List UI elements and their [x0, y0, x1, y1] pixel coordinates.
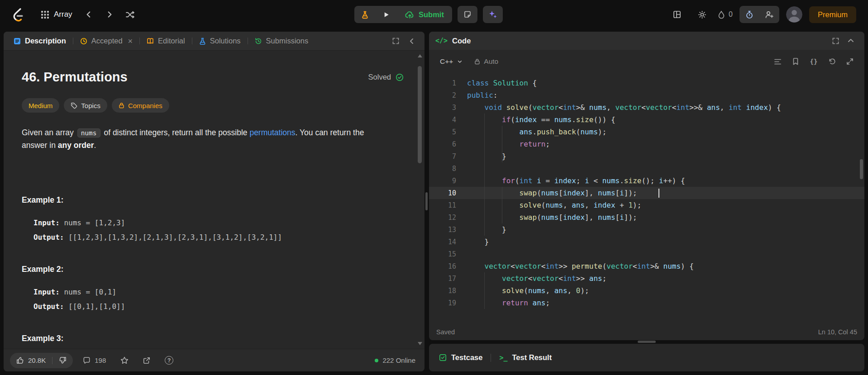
code-line[interactable]: 9 for(int i = index; i < nums.size(); i+…	[429, 175, 864, 187]
code-line[interactable]: 14 }	[429, 236, 864, 248]
tab-accepted[interactable]: Accepted ×	[76, 32, 137, 50]
console-panel: Testcase >_ Test Result	[429, 344, 864, 371]
companies-label: Companies	[128, 102, 162, 109]
code-line[interactable]: 18 solve(nums, ans, 0);	[429, 285, 864, 297]
code-lines: 1class Solution {2public:3 void solve(ve…	[429, 77, 864, 309]
format-code-button[interactable]	[770, 54, 785, 69]
ai-assistant-button[interactable]	[483, 6, 503, 23]
run-button[interactable]	[375, 6, 397, 23]
code-line[interactable]: 6 return;	[429, 138, 864, 150]
random-problem-button[interactable]	[121, 6, 139, 23]
collapse-code-panel-button[interactable]	[844, 33, 858, 48]
code-line[interactable]: 11 solve(nums, ans, index + 1);	[429, 199, 864, 211]
code-line[interactable]: 13 }	[429, 223, 864, 236]
premium-button[interactable]: Premium	[809, 6, 856, 23]
scrollbar-thumb[interactable]	[418, 66, 422, 163]
vote-group: 20.8K	[10, 353, 73, 368]
problem-list-button[interactable]: Array	[37, 6, 77, 23]
line-number: 12	[429, 214, 456, 222]
streak-button[interactable]: 0	[718, 10, 733, 19]
dislike-button[interactable]	[52, 353, 73, 368]
code-line[interactable]: 3 void solve(vector<int>& nums, vector<v…	[429, 101, 864, 114]
history-clock-icon	[80, 38, 87, 45]
timer-button[interactable]	[739, 6, 759, 23]
editor-scrollbar-thumb[interactable]	[860, 159, 863, 179]
code-line[interactable]: 5 ans.push_back(nums);	[429, 126, 864, 138]
bookmark-button[interactable]	[788, 54, 803, 69]
code-line[interactable]: 19 return ans;	[429, 297, 864, 309]
code-line[interactable]: 4 if(index == nums.size()) {	[429, 114, 864, 126]
close-icon[interactable]: ×	[128, 37, 133, 45]
play-icon	[383, 11, 390, 18]
example-label: Example 2:	[22, 265, 404, 274]
notes-button[interactable]	[458, 6, 477, 23]
auto-indicator[interactable]: Auto	[474, 57, 498, 66]
undo-icon	[828, 58, 836, 65]
code-line[interactable]: 1class Solution {	[429, 77, 864, 89]
settings-button[interactable]	[693, 6, 711, 23]
companies-badge[interactable]: Companies	[112, 98, 169, 113]
problem-title: 46. Permutations	[22, 70, 128, 85]
example-2: Example 2: Input: nums = [0,1] Output: […	[22, 265, 404, 314]
difficulty-badge[interactable]: Medium	[22, 98, 59, 113]
collaborate-button[interactable]	[759, 6, 779, 23]
prev-problem-button[interactable]	[80, 6, 98, 23]
debug-button[interactable]	[354, 6, 375, 23]
avatar[interactable]	[786, 6, 802, 23]
code-line[interactable]: 17 vector<vector<int>> ans;	[429, 272, 864, 285]
reset-code-button[interactable]	[825, 54, 839, 69]
top-navbar: Array	[0, 0, 868, 29]
chevron-down-icon	[457, 59, 463, 64]
check-square-icon	[439, 354, 447, 361]
code-line[interactable]: 16 vector<vector<int>> permute(vector<in…	[429, 260, 864, 272]
share-button[interactable]	[138, 357, 155, 364]
code-line[interactable]: 2public:	[429, 89, 864, 101]
leetcode-logo-icon	[12, 8, 24, 22]
submit-button[interactable]: Submit	[397, 6, 452, 23]
thumbs-down-icon	[59, 356, 67, 364]
description-doc-icon	[14, 38, 21, 45]
sparkles-icon	[488, 10, 497, 19]
bookmark-icon	[792, 58, 799, 65]
code-line[interactable]: 15	[429, 248, 864, 260]
tab-editorial[interactable]: Editorial	[142, 32, 190, 50]
code-line[interactable]: 8	[429, 162, 864, 175]
next-problem-button[interactable]	[100, 6, 119, 23]
tab-test-result[interactable]: >_ Test Result	[496, 353, 554, 362]
code-line[interactable]: 7 }	[429, 150, 864, 162]
scroll-down-arrow-icon[interactable]	[418, 342, 422, 345]
line-number: 5	[429, 128, 456, 136]
code-icon: </>	[435, 37, 448, 45]
like-button[interactable]: 20.8K	[10, 353, 52, 368]
star-button[interactable]	[116, 356, 133, 364]
indent-guide	[484, 272, 485, 309]
leetcode-logo[interactable]	[12, 8, 24, 22]
maximize-editor-button[interactable]	[843, 54, 857, 69]
permutations-link[interactable]: permutations	[249, 128, 295, 137]
topics-badge[interactable]: Topics	[64, 98, 107, 113]
collapse-panel-button[interactable]	[405, 34, 419, 48]
horizontal-resize-handle[interactable]	[638, 341, 656, 343]
comments-button[interactable]: 198	[78, 356, 110, 364]
code-line[interactable]: 10 swap(nums[index], nums[i]);	[429, 187, 864, 199]
expand-panel-button[interactable]	[388, 34, 403, 48]
tab-description[interactable]: Description	[9, 32, 71, 50]
chevron-right-icon	[105, 10, 114, 19]
solved-label: Solved	[368, 73, 391, 81]
layout-button[interactable]	[668, 6, 686, 23]
tab-solutions[interactable]: Solutions	[195, 32, 245, 50]
language-selector[interactable]: C++	[436, 55, 466, 68]
tab-submissions[interactable]: Submissions	[250, 32, 313, 50]
scroll-up-arrow-icon[interactable]	[418, 54, 422, 57]
snippets-button[interactable]: {}	[806, 54, 821, 69]
example-3: Example 3:	[22, 334, 404, 343]
code-editor[interactable]: 1class Solution {2public:3 void solve(ve…	[429, 73, 864, 324]
help-button[interactable]: ?	[160, 356, 178, 365]
expand-code-panel-button[interactable]	[828, 33, 843, 48]
example-label: Example 1:	[22, 195, 404, 205]
vertical-resize-handle[interactable]	[425, 192, 428, 210]
code-line[interactable]: 12 swap(nums[index], nums[i]);	[429, 211, 864, 223]
tab-testcase[interactable]: Testcase	[436, 353, 485, 362]
statement-bold: any order	[58, 141, 94, 150]
tab-divider	[248, 38, 248, 44]
